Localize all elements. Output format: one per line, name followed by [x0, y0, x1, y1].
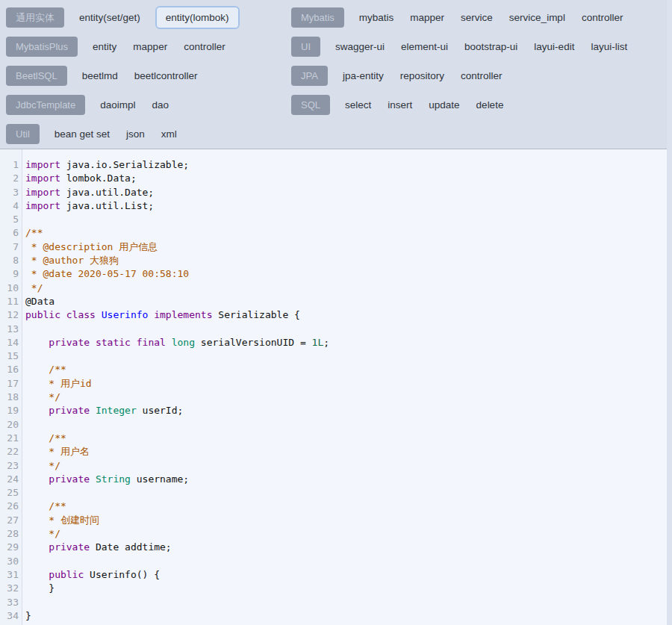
template-tag-service-impl[interactable]: service_impl [508, 7, 567, 28]
code-line: 2import lombok.Data; [0, 172, 667, 185]
code-line: 31 public Userinfo() { [0, 568, 667, 582]
line-number: 21 [0, 432, 22, 445]
code-text: * @date 2020-05-17 00:58:10 [22, 267, 189, 281]
line-number: 8 [0, 254, 22, 267]
code-token [25, 569, 49, 580]
template-tag-mapper[interactable]: mapper [408, 7, 446, 28]
template-tag-select[interactable]: select [343, 95, 373, 115]
line-number: 5 [0, 213, 22, 226]
code-token [90, 473, 96, 485]
line-number: 11 [0, 295, 22, 308]
code-text: private Integer userId; [22, 404, 183, 417]
line-number: 26 [0, 500, 22, 513]
line-number: 1 [0, 158, 22, 172]
template-tag-layui-edit[interactable]: layui-edit [532, 37, 576, 57]
code-token [25, 405, 49, 416]
template-tag-bootstrap-ui[interactable]: bootstrap-ui [463, 37, 519, 57]
template-tag-beetlcontroller[interactable]: beetlcontroller [133, 66, 199, 86]
group-button-jpa[interactable]: JPA [291, 66, 328, 86]
line-number: 9 [0, 267, 22, 281]
line-number: 22 [0, 445, 22, 458]
template-tag-mapper[interactable]: mapper [131, 37, 169, 57]
code-token: import [25, 159, 60, 170]
group-button-通用实体[interactable]: 通用实体 [6, 7, 64, 28]
code-token: java.util.Date; [60, 187, 154, 198]
page-scrollbar-track[interactable] [667, 0, 672, 625]
line-number: 29 [0, 541, 22, 554]
code-text: private static final long serialVersionU… [22, 336, 329, 349]
template-tag-xml[interactable]: xml [160, 124, 178, 144]
template-tag-delete[interactable]: delete [475, 95, 505, 115]
code-token: ; [323, 337, 329, 348]
code-text: import java.util.List; [22, 199, 154, 213]
code-token: * @author 大狼狗 [25, 255, 119, 266]
code-text: } [22, 609, 31, 623]
group-button-beetlsql[interactable]: BeetlSQL [6, 66, 67, 86]
template-tag-controller[interactable]: controller [182, 37, 227, 57]
template-tag-swagger-ui[interactable]: swagger-ui [334, 37, 386, 57]
line-number: 12 [0, 308, 22, 322]
group-button-jdbctemplate[interactable]: JdbcTemplate [6, 95, 85, 115]
code-line: 9 * @date 2020-05-17 00:58:10 [0, 267, 667, 281]
toolbar-row: 通用实体entity(set/get)entity(lombok) [6, 3, 240, 32]
code-line: 18 */ [0, 391, 667, 404]
line-number: 13 [0, 323, 22, 336]
code-line: 16 /** [0, 363, 667, 376]
template-tag-entity[interactable]: entity [91, 37, 118, 57]
code-token: /** [49, 432, 66, 444]
template-tag-update[interactable]: update [427, 95, 461, 115]
line-number: 17 [0, 377, 22, 391]
template-tag-controller[interactable]: controller [459, 66, 504, 86]
toolbar-column-right: Mybatismybatismapperserviceservice_implc… [291, 3, 629, 119]
template-tag-beetlmd[interactable]: beetlmd [81, 66, 119, 86]
code-line: 6/** [0, 226, 667, 240]
code-token: } [25, 582, 55, 594]
group-button-mybatis[interactable]: Mybatis [291, 7, 344, 28]
code-text: */ [22, 282, 43, 295]
template-tag-service[interactable]: service [459, 7, 494, 28]
code-token: class [66, 309, 96, 320]
template-tag-insert[interactable]: insert [386, 95, 414, 115]
toolbar-row: Utilbean get setjsonxml [6, 119, 240, 149]
group-button-mybatisplus[interactable]: MybatisPlus [6, 37, 78, 57]
code-text [22, 349, 25, 363]
code-token [166, 337, 172, 348]
code-token: private [49, 405, 90, 416]
template-tag-jpa-entity[interactable]: jpa-entity [341, 66, 385, 86]
template-tag-mybatis[interactable]: mybatis [358, 7, 396, 28]
group-button-ui[interactable]: UI [291, 37, 320, 57]
template-tag-bean-get-set[interactable]: bean get set [53, 124, 111, 144]
line-number: 24 [0, 473, 22, 486]
code-token [90, 405, 96, 416]
template-tag-controller[interactable]: controller [580, 7, 625, 28]
line-number: 7 [0, 240, 22, 254]
code-token [96, 309, 102, 320]
code-text: * @author 大狼狗 [22, 254, 119, 267]
code-text: */ [22, 459, 60, 473]
code-token [25, 432, 49, 444]
template-tag-json[interactable]: json [125, 124, 146, 144]
code-text: /** [22, 226, 43, 240]
code-token [25, 514, 49, 526]
code-text [22, 213, 25, 226]
template-tag-entity-lombok[interactable]: entity(lombok) [155, 6, 240, 29]
line-number: 4 [0, 199, 22, 213]
template-tag-dao[interactable]: dao [151, 95, 171, 115]
code-line: 21 /** [0, 432, 667, 445]
template-tag-repository[interactable]: repository [399, 66, 446, 86]
template-tag-entity-set-get[interactable]: entity(set/get) [78, 7, 142, 28]
group-button-util[interactable]: Util [6, 124, 40, 144]
code-editor[interactable]: 1import java.io.Serializable;2import lom… [0, 149, 667, 625]
group-button-sql[interactable]: SQL [291, 95, 330, 115]
code-token [25, 528, 49, 539]
template-tag-element-ui[interactable]: element-ui [399, 37, 449, 57]
code-text: } [22, 582, 55, 595]
code-token [25, 364, 49, 375]
code-line: 1import java.io.Serializable; [0, 158, 667, 172]
code-token [25, 337, 49, 348]
code-text: import java.io.Serializable; [22, 158, 189, 172]
code-text: /** [22, 500, 66, 513]
template-tag-layui-list[interactable]: layui-list [589, 37, 629, 57]
code-token: import [25, 172, 60, 184]
template-tag-daoimpl[interactable]: daoimpl [99, 95, 137, 115]
